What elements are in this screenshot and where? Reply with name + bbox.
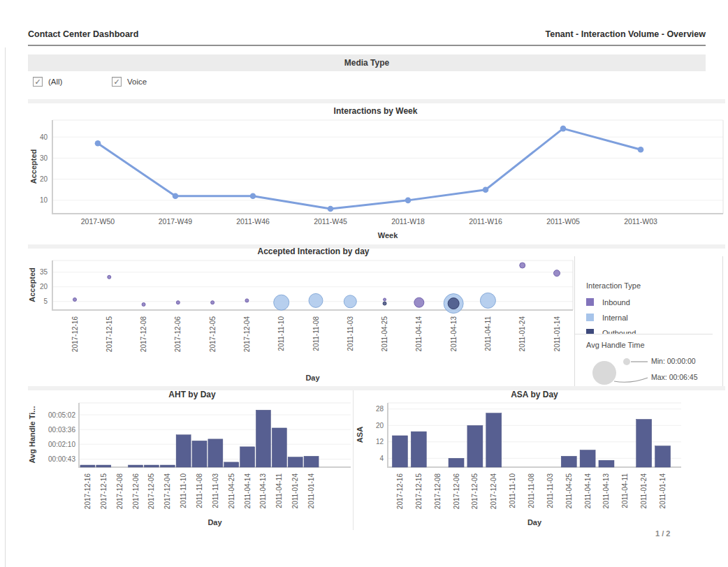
svg-text:2011-01-14: 2011-01-14 — [659, 473, 667, 509]
svg-text:2011-W05: 2011-W05 — [546, 217, 580, 226]
svg-text:2011-W45: 2011-W45 — [314, 217, 347, 226]
svg-text:2011-01-14: 2011-01-14 — [307, 473, 315, 509]
svg-text:12: 12 — [376, 438, 384, 446]
svg-text:2011-11-03: 2011-11-03 — [347, 316, 354, 351]
svg-text:2017-W50: 2017-W50 — [81, 217, 115, 226]
size-legend: Min: 00:00:00 Max: 00:06:45 — [586, 352, 719, 391]
aht-chart-title: AHT by Day — [52, 390, 332, 399]
svg-text:2017-12-06: 2017-12-06 — [453, 473, 460, 510]
svg-text:2011-01-24: 2011-01-24 — [291, 473, 299, 509]
svg-text:Day: Day — [305, 374, 320, 382]
legend-size-title: Avg Handle Time — [586, 341, 722, 349]
svg-text:2011-04-14: 2011-04-14 — [244, 473, 252, 509]
section-divider — [28, 99, 725, 103]
svg-text:2011-04-11: 2011-04-11 — [621, 473, 629, 508]
legend-items: Inbound Internal Outbound — [586, 297, 722, 334]
left-edge-divider — [5, 47, 6, 567]
svg-text:2017-12-04: 2017-12-04 — [243, 316, 251, 353]
legend-type-title: Interaction Type — [586, 281, 722, 290]
aht-by-day-chart[interactable]: 00:00:4300:02:1000:03:3600:05:02Avg Hand… — [28, 402, 353, 530]
svg-text:2011-11-03: 2011-11-03 — [212, 473, 219, 508]
checkbox-all[interactable]: ✓ (All) — [33, 77, 62, 87]
svg-text:2017-12-08: 2017-12-08 — [116, 473, 124, 510]
svg-text:2011-11-08: 2011-11-08 — [196, 473, 203, 508]
svg-text:2011-11-08: 2011-11-08 — [527, 473, 535, 508]
svg-text:00:02:10: 00:02:10 — [48, 441, 75, 448]
svg-text:2017-12-05: 2017-12-05 — [471, 473, 479, 510]
legend-item-label: Inbound — [602, 298, 630, 307]
svg-text:20: 20 — [40, 175, 48, 183]
checkbox-all-label: (All) — [48, 78, 62, 86]
svg-text:2011-11-03: 2011-11-03 — [546, 473, 554, 508]
svg-text:2017-12-16: 2017-12-16 — [84, 473, 92, 510]
svg-text:2011-01-24: 2011-01-24 — [518, 316, 526, 352]
svg-text:2011-04-13: 2011-04-13 — [259, 473, 267, 509]
svg-text:2017-12-04: 2017-12-04 — [490, 473, 497, 510]
inbound-swatch-icon — [586, 298, 594, 306]
svg-text:4: 4 — [379, 455, 384, 462]
breadcrumb: Tenant - Interaction Volume - Overview — [546, 29, 706, 39]
svg-text:20: 20 — [40, 283, 48, 290]
legend-item-label: Internal — [602, 314, 628, 322]
svg-text:20: 20 — [376, 422, 384, 429]
svg-text:2011-04-14: 2011-04-14 — [584, 473, 592, 509]
chart-legend: Interaction Type Inbound Internal Outbou… — [574, 256, 723, 386]
checkmark-icon: ✓ — [112, 77, 122, 87]
svg-text:2011-04-25: 2011-04-25 — [228, 473, 235, 509]
svg-text:2011-W18: 2011-W18 — [391, 217, 425, 226]
header-divider — [28, 45, 706, 46]
day-chart-title: Accepted Interaction by day — [52, 246, 574, 256]
legend-item-label: Outbound — [602, 329, 636, 334]
media-type-header: Media Type — [28, 54, 706, 71]
asa-by-day-chart[interactable]: 4122028ASA2017-12-162017-12-152017-12-08… — [353, 402, 728, 530]
svg-text:35: 35 — [40, 268, 48, 276]
svg-text:Day: Day — [208, 518, 222, 526]
checkbox-voice[interactable]: ✓ Voice — [112, 77, 147, 87]
svg-text:2011-01-14: 2011-01-14 — [553, 316, 561, 352]
svg-text:10: 10 — [40, 196, 48, 204]
legend-item-internal[interactable]: Internal — [586, 313, 722, 322]
legend-item-inbound[interactable]: Inbound — [586, 297, 722, 307]
svg-text:2017-12-05: 2017-12-05 — [147, 473, 155, 510]
page-title: Contact Center Dashboard — [28, 29, 138, 39]
svg-text:2017-12-08: 2017-12-08 — [434, 473, 442, 510]
svg-text:00:05:02: 00:05:02 — [48, 411, 75, 419]
svg-text:2011-04-13: 2011-04-13 — [450, 316, 458, 352]
svg-text:2017-12-16: 2017-12-16 — [396, 473, 404, 510]
svg-text:2017-12-15: 2017-12-15 — [105, 316, 113, 353]
interactions-by-week-chart[interactable]: 10203040Accepted2017-W502017-W492011-W46… — [28, 117, 727, 244]
outbound-swatch-icon — [586, 329, 594, 334]
svg-text:Avg Handle Ti...: Avg Handle Ti... — [28, 406, 36, 464]
svg-text:ASA: ASA — [356, 427, 364, 443]
svg-text:2011-W46: 2011-W46 — [236, 217, 270, 226]
checkbox-voice-label: Voice — [127, 78, 147, 86]
svg-text:30: 30 — [40, 154, 48, 162]
internal-swatch-icon — [586, 314, 594, 321]
svg-text:2017-12-15: 2017-12-15 — [100, 473, 108, 510]
svg-text:00:00:43: 00:00:43 — [48, 455, 75, 463]
accepted-by-day-chart[interactable]: 52035Accepted2017-12-162017-12-152017-12… — [28, 256, 574, 386]
svg-text:2017-12-08: 2017-12-08 — [140, 316, 147, 353]
svg-text:2017-12-06: 2017-12-06 — [174, 316, 182, 353]
max-circle-icon — [592, 361, 616, 385]
checkmark-icon: ✓ — [33, 77, 43, 87]
asa-chart-title: ASA by Day — [388, 390, 681, 399]
svg-text:2011-04-11: 2011-04-11 — [484, 316, 492, 351]
size-min-label: Min: 00:00:00 — [651, 357, 696, 365]
svg-text:2011-11-08: 2011-11-08 — [312, 316, 320, 351]
page-indicator: 1 / 2 — [655, 529, 670, 538]
svg-text:2011-04-25: 2011-04-25 — [565, 473, 573, 509]
svg-text:Accepted: Accepted — [29, 149, 38, 184]
max-leader-line — [614, 378, 648, 382]
svg-text:2011-04-14: 2011-04-14 — [415, 316, 423, 352]
svg-text:28: 28 — [376, 405, 384, 413]
svg-text:2017-12-15: 2017-12-15 — [415, 473, 423, 510]
min-circle-icon — [623, 358, 630, 365]
svg-text:2011-W16: 2011-W16 — [469, 217, 502, 226]
legend-divider — [575, 334, 713, 334]
legend-item-outbound[interactable]: Outbound — [586, 328, 722, 334]
svg-text:2011-11-10: 2011-11-10 — [277, 316, 285, 351]
svg-text:00:03:36: 00:03:36 — [48, 426, 75, 434]
svg-text:2011-04-13: 2011-04-13 — [602, 473, 610, 509]
svg-text:2011-11-10: 2011-11-10 — [180, 473, 187, 508]
